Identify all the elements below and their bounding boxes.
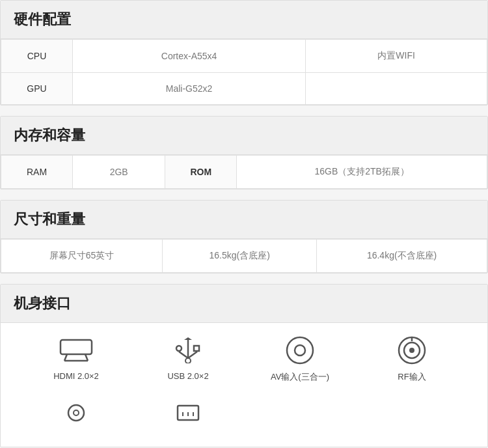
- rf-icon: [392, 336, 431, 365]
- wifi-label: 内置WIFI: [306, 40, 487, 73]
- svg-marker-7: [184, 337, 192, 340]
- av-label: AV输入(三合一): [271, 371, 329, 383]
- usb-icon: [169, 336, 208, 365]
- av-item: AV输入(三合一): [244, 336, 356, 383]
- gpu-extra: [306, 73, 487, 105]
- rf-item: RF输入: [356, 336, 468, 383]
- svg-line-2: [85, 354, 88, 361]
- hdmi-icon: [57, 336, 96, 365]
- usb-item: USB 2.0×2: [132, 336, 244, 383]
- svg-point-18: [74, 410, 79, 415]
- memory-title: 内存和容量: [1, 117, 487, 155]
- svg-line-5: [179, 352, 188, 358]
- av-icon: [280, 336, 319, 365]
- svg-rect-9: [194, 346, 199, 351]
- dimensions-section: 尺寸和重量 屏幕尺寸65英寸 16.5kg(含底座) 16.4kg(不含底座): [0, 200, 488, 273]
- svg-point-15: [409, 348, 414, 353]
- cpu-label: CPU: [1, 40, 73, 73]
- table-row: CPU Cortex-A55x4 内置WIFI: [1, 40, 487, 73]
- hardware-table: CPU Cortex-A55x4 内置WIFI GPU Mali-G52x2: [1, 39, 487, 105]
- cpu-value: Cortex-A55x4: [73, 40, 306, 73]
- extra-item-1: [20, 399, 132, 434]
- interfaces-title: 机身接口: [1, 285, 487, 323]
- table-row: 屏幕尺寸65英寸 16.5kg(含底座) 16.4kg(不含底座): [1, 240, 487, 273]
- hdmi-item: HDMI 2.0×2: [20, 336, 132, 383]
- extra-icon-1: [57, 399, 96, 427]
- usb-label: USB 2.0×2: [167, 371, 208, 381]
- memory-section: 内存和容量 RAM 2GB ROM 16GB（支持2TB拓展）: [0, 116, 488, 189]
- table-row: RAM 2GB ROM 16GB（支持2TB拓展）: [1, 156, 487, 189]
- svg-point-11: [287, 337, 313, 363]
- svg-rect-0: [61, 340, 92, 354]
- hdmi-label: HDMI 2.0×2: [53, 371, 99, 381]
- rom-value: 16GB（支持2TB拓展）: [237, 156, 487, 189]
- memory-table: RAM 2GB ROM 16GB（支持2TB拓展）: [1, 155, 487, 189]
- interfaces-section: 机身接口 HDMI 2.0×2: [0, 284, 488, 447]
- svg-point-10: [185, 358, 191, 363]
- gpu-value: Mali-G52x2: [73, 73, 306, 105]
- extra-icon-2: [169, 399, 208, 427]
- dimensions-title: 尺寸和重量: [1, 201, 487, 239]
- weight-without-stand: 16.4kg(不含底座): [317, 240, 487, 273]
- screen-size: 屏幕尺寸65英寸: [1, 240, 163, 273]
- hardware-section: 硬件配置 CPU Cortex-A55x4 内置WIFI GPU Mali-G5…: [0, 0, 488, 105]
- hardware-title: 硬件配置: [1, 1, 487, 39]
- gpu-label: GPU: [1, 73, 73, 105]
- table-row: GPU Mali-G52x2: [1, 73, 487, 105]
- interfaces-grid: HDMI 2.0×2 USB: [1, 323, 487, 447]
- svg-point-8: [176, 346, 182, 351]
- svg-point-17: [68, 405, 84, 421]
- dimensions-table: 屏幕尺寸65英寸 16.5kg(含底座) 16.4kg(不含底座): [1, 239, 487, 273]
- svg-point-12: [295, 345, 305, 356]
- svg-line-6: [188, 352, 197, 358]
- rf-label: RF输入: [398, 371, 426, 383]
- svg-line-1: [64, 354, 67, 361]
- extra-item-2: [132, 399, 244, 434]
- ram-label: RAM: [1, 156, 73, 189]
- weight-with-stand: 16.5kg(含底座): [163, 240, 317, 273]
- ram-value: 2GB: [73, 156, 165, 189]
- rom-label: ROM: [165, 156, 237, 189]
